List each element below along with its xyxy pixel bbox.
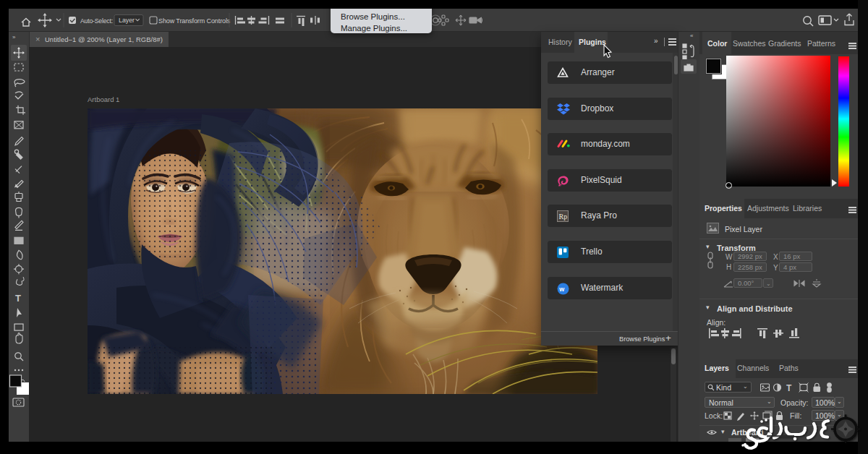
svg-text:Show Transform Controls: Show Transform Controls xyxy=(158,17,231,25)
svg-text:T: T xyxy=(786,383,792,393)
svg-text:»: » xyxy=(12,34,16,40)
svg-text:Layer: Layer xyxy=(119,17,135,24)
svg-text:T: T xyxy=(15,293,21,304)
svg-text:w: w xyxy=(558,286,565,293)
svg-text:Auto-Select:: Auto-Select: xyxy=(80,17,113,25)
svg-text:«: « xyxy=(690,33,694,39)
svg-text:Rp: Rp xyxy=(559,213,568,220)
